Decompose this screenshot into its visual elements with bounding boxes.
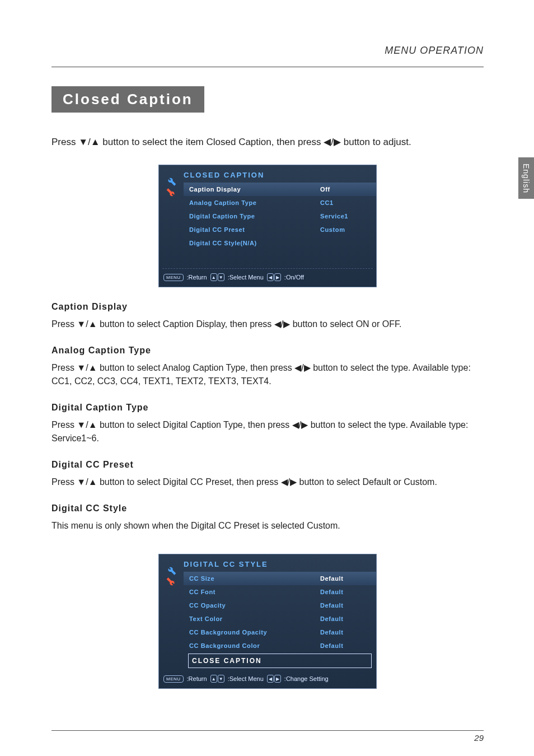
menu-key-icon: MENU [163,675,184,683]
osd2-close-row[interactable]: CLOSE CAPTION [188,654,372,668]
osd2-row-value: Default [320,575,371,582]
osd1-row-value: Custom [320,226,371,233]
osd2-row-label: CC Opacity [189,602,320,609]
osd-closed-caption: CLOSED CAPTION Caption Display Off Analo… [158,165,377,287]
osd2-footer-change: :Change Setting [284,675,329,682]
osd1-footer-return: :Return [187,274,207,281]
osd1-row[interactable]: Digital CC Preset Custom [184,223,376,236]
section-body: Press ▼/▲ button to select Digital CC Pr… [51,475,484,489]
osd1-row[interactable]: Digital CC Style(N/A) [184,236,376,250]
osd2-footer-return: :Return [187,675,207,682]
osd2-row[interactable]: CC Background Color Default [184,639,376,652]
osd1-row[interactable]: Digital Caption Type Service1 [184,209,376,223]
osd1-footer-onoff: :On/Off [284,274,304,281]
section-head: Digital CC Preset [51,460,484,470]
tools-icon [159,165,184,206]
section-head: Caption Display [51,302,484,312]
leftright-key-icon: ◀▶ [267,675,281,683]
osd1-row-value: CC1 [320,199,371,206]
osd-digital-cc-style: DIGITAL CC STYLE CC Size Default CC Font… [158,554,377,689]
osd1-row[interactable]: Analog Caption Type CC1 [184,196,376,209]
osd2-row-value: Default [320,629,371,636]
page-title: Closed Caption [51,86,204,113]
page-number: 29 [51,730,484,743]
section-head: Analog Caption Type [51,346,484,356]
osd2-footer: MENU :Return ▲▼ :Select Menu ◀▶ :Change … [159,670,376,688]
tools-icon [159,554,184,595]
osd2-row[interactable]: CC Font Default [184,585,376,599]
osd2-row-label: CC Size [189,575,320,582]
osd2-row-value: Default [320,589,371,595]
osd2-row-value: Default [320,642,371,649]
section-head: Digital CC Style [51,503,484,514]
section-head: Digital Caption Type [51,403,484,413]
osd1-row-value: Service1 [320,213,371,220]
osd2-row-label: CC Background Color [189,642,320,649]
osd1-footer: MENU :Return ▲▼ :Select Menu ◀▶ :On/Off [159,269,376,287]
osd2-row-label: CC Background Opacity [189,629,320,636]
osd2-row-value: Default [320,602,371,609]
intro-text: Press ▼/▲ button to select the item Clos… [51,136,484,148]
leftright-key-icon: ◀▶ [267,273,281,281]
osd1-row-label: Analog Caption Type [189,199,320,206]
osd2-row[interactable]: CC Opacity Default [184,599,376,612]
osd1-row-label: Digital CC Preset [189,226,320,233]
osd1-row[interactable]: Caption Display Off [184,183,376,196]
osd2-footer-select: :Select Menu [228,675,264,682]
section-body: Press ▼/▲ button to select Analog Captio… [51,361,484,388]
osd1-row-label: Digital CC Style(N/A) [189,240,320,246]
section-body: This menu is only shown when the Digital… [51,519,484,533]
osd1-row-label: Digital Caption Type [189,213,320,220]
osd1-row-value: Off [320,186,371,193]
header-rule [51,67,484,67]
language-tab: English [518,157,534,199]
updown-key-icon: ▲▼ [210,273,224,281]
osd2-row[interactable]: CC Size Default [184,572,376,585]
section-body: Press ▼/▲ button to select Caption Displ… [51,318,484,331]
updown-key-icon: ▲▼ [210,675,224,683]
osd2-row-label: Text Color [189,615,320,622]
osd2-row[interactable]: Text Color Default [184,612,376,626]
osd2-row-value: Default [320,615,371,622]
osd2-close-label: CLOSE CAPTION [192,657,368,665]
osd1-title: CLOSED CAPTION [184,165,376,183]
osd2-row[interactable]: CC Background Opacity Default [184,626,376,639]
menu-key-icon: MENU [163,274,184,281]
osd1-footer-select: :Select Menu [228,274,264,281]
osd-divider [162,250,373,269]
osd1-row-label: Caption Display [189,186,320,193]
section-body: Press ▼/▲ button to select Digital Capti… [51,418,484,445]
osd2-title: DIGITAL CC STYLE [184,554,376,572]
osd2-row-label: CC Font [189,589,320,595]
page-header: MENU OPERATION [51,45,484,57]
